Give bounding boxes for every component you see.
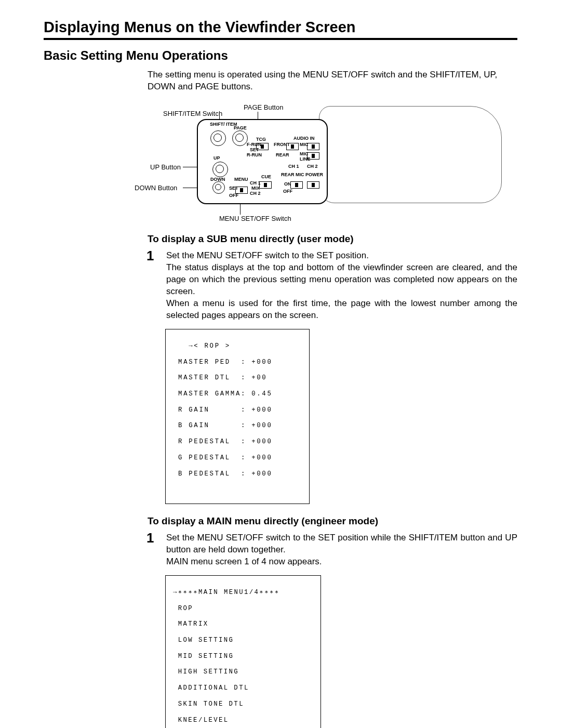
plabel-rearmic: REAR MIC POWER (281, 172, 323, 177)
plabel-rear: REAR (276, 152, 289, 157)
rop-screen: →< ROP > MASTER PED : +000 MASTER DTL : … (165, 329, 310, 504)
section-heading: Basic Setting Menu Operations (44, 48, 517, 63)
control-panel-diagram: PAGE Button SHIFT/ITEM Switch UP Button … (90, 103, 516, 223)
mic-switch-1 (307, 143, 319, 150)
plabel-cue: CUE (261, 174, 271, 179)
rop-title: →< ROP > (173, 342, 302, 350)
subheading-main-menu: To display a MAIN menu directly (enginee… (148, 515, 517, 527)
plabel-off2: OFF (283, 189, 292, 194)
plabel-mic2: MIC (300, 151, 309, 156)
plabel-shift-item: SHIFT/ ITEM (210, 122, 237, 127)
main-row: ADDITIONAL DTL (173, 684, 313, 692)
plabel-menu: MENU (234, 177, 248, 182)
step-number: 1 (146, 529, 154, 547)
main-header: →∗∗∗∗MAIN MENU1/4∗∗∗∗ (173, 589, 313, 597)
up-knob (212, 162, 228, 177)
label-down-button: DOWN Button (135, 184, 177, 192)
intro-text: The setting menu is operated using the M… (148, 69, 517, 93)
shift-item-knob (210, 130, 226, 146)
plabel-up: UP (213, 155, 220, 161)
label-up-button: UP Button (150, 163, 181, 171)
plabel-mic1: MIC (300, 142, 309, 147)
plabel-frun: F-RUN (247, 142, 261, 147)
plabel-set2: SET (229, 186, 238, 191)
down-knob (212, 181, 225, 194)
plabel-rrun: R-RUN (247, 152, 262, 157)
plabel-line: LINE (300, 156, 311, 162)
step-number: 1 (146, 247, 154, 265)
rop-row: G PEDESTAL : +000 (173, 454, 302, 462)
main-row: MATRIX (173, 620, 313, 628)
plabel-ch1b: CH 1 (250, 180, 261, 186)
label-page-button: PAGE Button (244, 103, 283, 111)
rearmic-switch-1 (290, 181, 303, 189)
rop-row: R GAIN : +000 (173, 406, 302, 414)
plabel-down: DOWN (210, 177, 225, 182)
rop-row: MASTER GAMMA: 0.45 (173, 390, 302, 398)
cue-switch (259, 181, 272, 189)
main-row: ROP (173, 605, 313, 613)
step1-sub: 1 Set the MENU SET/OFF switch to the SET… (148, 250, 517, 322)
subheading-sub-menu: To display a SUB menu directly (user mod… (148, 233, 517, 245)
plabel-ch2b: CH 2 (250, 191, 261, 196)
step1-sub-text: Set the MENU SET/OFF switch to the SET p… (166, 250, 517, 320)
plabel-tcg: TCG (256, 137, 266, 142)
rop-row: MASTER DTL : +00 (173, 374, 302, 382)
main-menu-screen: →∗∗∗∗MAIN MENU1/4∗∗∗∗ ROP MATRIX LOW SET… (165, 575, 321, 729)
page-knob (232, 130, 248, 146)
step1-main-text: Set the MENU SET/OFF switch to the SET p… (166, 533, 517, 566)
control-panel: SHIFT/ ITEM PAGE TCG AUDIO IN F-RUN SET … (197, 119, 328, 204)
main-row: LOW SETTING (173, 637, 313, 644)
rop-row: B PEDESTAL : +000 (173, 470, 302, 478)
plabel-page: PAGE (234, 125, 247, 130)
rop-row: MASTER PED : +000 (173, 359, 302, 366)
rearmic-switch-2 (307, 181, 319, 189)
rop-row: R PEDESTAL : +000 (173, 438, 302, 446)
label-menu-setoff: MENU SET/OFF Switch (219, 215, 291, 222)
main-row: SKIN TONE DTL (173, 700, 313, 708)
plabel-mix: MIX (251, 186, 260, 191)
main-row: KNEE/LEVEL (173, 717, 313, 724)
step1-main: 1 Set the MENU SET/OFF switch to the SET… (148, 532, 517, 568)
plabel-audio-in: AUDIO IN (293, 136, 315, 141)
plabel-on: ON (284, 181, 291, 187)
plabel-ch1: CH 1 (288, 164, 299, 169)
camera-outline (319, 106, 502, 203)
plabel-ch2: CH 2 (307, 164, 318, 169)
main-row: MID SETTING (173, 653, 313, 660)
title-underline (44, 38, 517, 40)
plabel-set: SET (250, 147, 259, 152)
main-row: HIGH SETTING (173, 668, 313, 676)
page-title: Displaying Menus on the Viewfinder Scree… (44, 19, 517, 36)
label-shift-item-switch: SHIFT/ITEM Switch (163, 110, 222, 117)
rop-row: B GAIN : +000 (173, 422, 302, 430)
plabel-front: FRONT (274, 142, 290, 147)
plabel-off: OFF (229, 193, 238, 198)
